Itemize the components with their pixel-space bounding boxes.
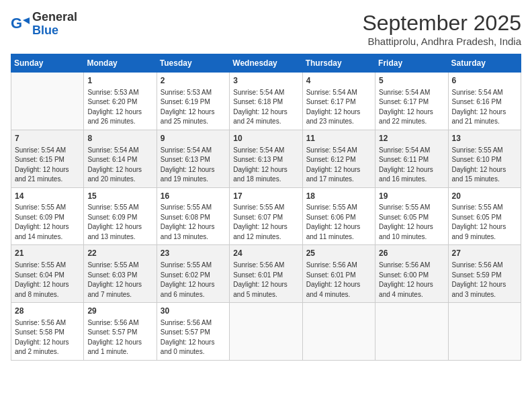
- day-info: Sunrise: 5:56 AM Sunset: 5:59 PM Dayligh…: [452, 261, 517, 300]
- day-number: 16: [161, 191, 226, 202]
- day-number: 7: [15, 133, 80, 144]
- day-info: Sunrise: 5:54 AM Sunset: 6:13 PM Dayligh…: [161, 146, 226, 185]
- calendar-cell: 7Sunrise: 5:54 AM Sunset: 6:15 PM Daylig…: [11, 130, 84, 187]
- day-info: Sunrise: 5:54 AM Sunset: 6:13 PM Dayligh…: [233, 146, 298, 185]
- day-number: 18: [306, 191, 371, 202]
- day-number: 23: [161, 248, 226, 259]
- day-info: Sunrise: 5:53 AM Sunset: 6:19 PM Dayligh…: [161, 88, 226, 127]
- calendar-week-row: 1Sunrise: 5:53 AM Sunset: 6:20 PM Daylig…: [11, 73, 521, 130]
- col-header-thursday: Thursday: [302, 54, 375, 73]
- svg-marker-1: [23, 17, 30, 24]
- day-number: 28: [15, 306, 80, 317]
- col-header-wednesday: Wednesday: [230, 54, 302, 73]
- day-info: Sunrise: 5:54 AM Sunset: 6:18 PM Dayligh…: [233, 88, 298, 127]
- day-info: Sunrise: 5:54 AM Sunset: 6:17 PM Dayligh…: [306, 88, 371, 127]
- calendar-cell: 20Sunrise: 5:55 AM Sunset: 6:05 PM Dayli…: [448, 187, 521, 245]
- day-number: 30: [161, 306, 226, 317]
- day-number: 14: [15, 191, 80, 202]
- day-number: 12: [379, 133, 444, 144]
- calendar-cell: 23Sunrise: 5:55 AM Sunset: 6:02 PM Dayli…: [157, 245, 229, 303]
- day-number: 3: [233, 75, 298, 87]
- calendar-table: SundayMondayTuesdayWednesdayThursdayFrid…: [11, 54, 521, 361]
- day-number: 24: [233, 248, 298, 259]
- day-info: Sunrise: 5:55 AM Sunset: 6:09 PM Dayligh…: [87, 203, 152, 242]
- day-info: Sunrise: 5:54 AM Sunset: 6:16 PM Dayligh…: [452, 88, 517, 127]
- calendar-cell: 21Sunrise: 5:55 AM Sunset: 6:04 PM Dayli…: [11, 245, 84, 303]
- day-number: 15: [87, 191, 152, 202]
- day-number: 8: [87, 133, 152, 144]
- calendar-cell: 1Sunrise: 5:53 AM Sunset: 6:20 PM Daylig…: [84, 73, 157, 130]
- calendar-cell: 6Sunrise: 5:54 AM Sunset: 6:16 PM Daylig…: [448, 73, 521, 130]
- day-info: Sunrise: 5:55 AM Sunset: 6:05 PM Dayligh…: [452, 203, 517, 242]
- day-number: 4: [306, 75, 371, 87]
- calendar-week-row: 21Sunrise: 5:55 AM Sunset: 6:04 PM Dayli…: [11, 245, 521, 303]
- calendar-cell: 27Sunrise: 5:56 AM Sunset: 5:59 PM Dayli…: [448, 245, 521, 303]
- col-header-sunday: Sunday: [11, 54, 84, 73]
- logo-icon: G: [11, 15, 30, 34]
- day-info: Sunrise: 5:54 AM Sunset: 6:17 PM Dayligh…: [379, 88, 444, 127]
- day-info: Sunrise: 5:56 AM Sunset: 5:58 PM Dayligh…: [15, 318, 80, 357]
- calendar-cell: 22Sunrise: 5:55 AM Sunset: 6:03 PM Dayli…: [84, 245, 157, 303]
- calendar-cell: 8Sunrise: 5:54 AM Sunset: 6:14 PM Daylig…: [84, 130, 157, 187]
- day-number: 5: [379, 75, 444, 87]
- calendar-cell: 12Sunrise: 5:54 AM Sunset: 6:11 PM Dayli…: [375, 130, 448, 187]
- logo: G General Blue: [11, 11, 77, 38]
- calendar-cell: 30Sunrise: 5:56 AM Sunset: 5:57 PM Dayli…: [157, 303, 229, 361]
- svg-text:G: G: [11, 15, 22, 32]
- col-header-friday: Friday: [375, 54, 448, 73]
- calendar-cell: 25Sunrise: 5:56 AM Sunset: 6:01 PM Dayli…: [302, 245, 375, 303]
- calendar-cell: 19Sunrise: 5:55 AM Sunset: 6:05 PM Dayli…: [375, 187, 448, 245]
- page-header: G General Blue September 2025 Bhattiprol…: [11, 11, 521, 47]
- logo-general-text: General: [32, 10, 77, 24]
- day-info: Sunrise: 5:55 AM Sunset: 6:10 PM Dayligh…: [452, 146, 517, 185]
- day-number: 1: [87, 75, 152, 87]
- day-info: Sunrise: 5:56 AM Sunset: 6:00 PM Dayligh…: [379, 261, 444, 300]
- day-info: Sunrise: 5:55 AM Sunset: 6:08 PM Dayligh…: [161, 203, 226, 242]
- col-header-monday: Monday: [84, 54, 157, 73]
- day-number: 26: [379, 248, 444, 259]
- calendar-cell: 5Sunrise: 5:54 AM Sunset: 6:17 PM Daylig…: [375, 73, 448, 130]
- calendar-cell: 29Sunrise: 5:56 AM Sunset: 5:57 PM Dayli…: [84, 303, 157, 361]
- calendar-cell: 17Sunrise: 5:55 AM Sunset: 6:07 PM Dayli…: [230, 187, 302, 245]
- day-info: Sunrise: 5:54 AM Sunset: 6:15 PM Dayligh…: [15, 146, 80, 185]
- day-info: Sunrise: 5:55 AM Sunset: 6:03 PM Dayligh…: [87, 261, 152, 300]
- day-info: Sunrise: 5:54 AM Sunset: 6:11 PM Dayligh…: [379, 146, 444, 185]
- day-info: Sunrise: 5:56 AM Sunset: 5:57 PM Dayligh…: [161, 318, 226, 357]
- day-info: Sunrise: 5:54 AM Sunset: 6:12 PM Dayligh…: [306, 146, 371, 185]
- day-info: Sunrise: 5:55 AM Sunset: 6:04 PM Dayligh…: [15, 261, 80, 300]
- day-number: 10: [233, 133, 298, 144]
- calendar-cell: [11, 73, 84, 130]
- month-title: September 2025: [362, 11, 521, 36]
- day-info: Sunrise: 5:54 AM Sunset: 6:14 PM Dayligh…: [87, 146, 152, 185]
- col-header-saturday: Saturday: [448, 54, 521, 73]
- calendar-cell: 13Sunrise: 5:55 AM Sunset: 6:10 PM Dayli…: [448, 130, 521, 187]
- calendar-cell: 9Sunrise: 5:54 AM Sunset: 6:13 PM Daylig…: [157, 130, 229, 187]
- day-info: Sunrise: 5:55 AM Sunset: 6:07 PM Dayligh…: [233, 203, 298, 242]
- calendar-cell: 28Sunrise: 5:56 AM Sunset: 5:58 PM Dayli…: [11, 303, 84, 361]
- calendar-cell: [230, 303, 302, 361]
- day-number: 17: [233, 191, 298, 202]
- calendar-header-row: SundayMondayTuesdayWednesdayThursdayFrid…: [11, 54, 521, 73]
- logo-text: General Blue: [32, 11, 77, 38]
- calendar-cell: 26Sunrise: 5:56 AM Sunset: 6:00 PM Dayli…: [375, 245, 448, 303]
- calendar-cell: 10Sunrise: 5:54 AM Sunset: 6:13 PM Dayli…: [230, 130, 302, 187]
- col-header-tuesday: Tuesday: [157, 54, 229, 73]
- day-number: 25: [306, 248, 371, 259]
- calendar-cell: 14Sunrise: 5:55 AM Sunset: 6:09 PM Dayli…: [11, 187, 84, 245]
- day-number: 27: [452, 248, 517, 259]
- calendar-cell: 15Sunrise: 5:55 AM Sunset: 6:09 PM Dayli…: [84, 187, 157, 245]
- day-number: 2: [161, 75, 226, 87]
- calendar-cell: 11Sunrise: 5:54 AM Sunset: 6:12 PM Dayli…: [302, 130, 375, 187]
- calendar-cell: 4Sunrise: 5:54 AM Sunset: 6:17 PM Daylig…: [302, 73, 375, 130]
- day-info: Sunrise: 5:56 AM Sunset: 5:57 PM Dayligh…: [87, 318, 152, 357]
- day-info: Sunrise: 5:56 AM Sunset: 6:01 PM Dayligh…: [233, 261, 298, 300]
- location-subtitle: Bhattiprolu, Andhra Pradesh, India: [362, 36, 521, 47]
- day-number: 21: [15, 248, 80, 259]
- calendar-cell: [302, 303, 375, 361]
- day-info: Sunrise: 5:56 AM Sunset: 6:01 PM Dayligh…: [306, 261, 371, 300]
- calendar-cell: 18Sunrise: 5:55 AM Sunset: 6:06 PM Dayli…: [302, 187, 375, 245]
- calendar-cell: [375, 303, 448, 361]
- calendar-week-row: 14Sunrise: 5:55 AM Sunset: 6:09 PM Dayli…: [11, 187, 521, 245]
- day-number: 22: [87, 248, 152, 259]
- day-info: Sunrise: 5:55 AM Sunset: 6:05 PM Dayligh…: [379, 203, 444, 242]
